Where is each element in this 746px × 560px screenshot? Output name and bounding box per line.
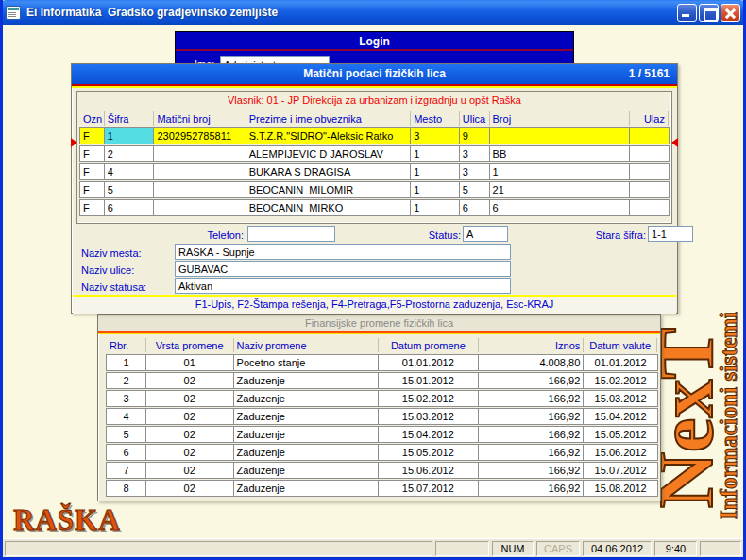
table-cell[interactable]: 15.06.2012 [584,445,657,460]
table-cell[interactable]: 01.01.2012 [379,355,479,370]
table-cell[interactable]: 21 [490,182,631,197]
table-cell[interactable]: Zaduzenje [234,391,379,406]
table-cell[interactable]: 166,92 [479,481,585,496]
table-cell[interactable]: 15.05.2012 [584,427,657,442]
table-cell[interactable]: 9 [460,128,490,144]
table-row[interactable]: 802Zaduzenje15.07.2012166,9215.08.2012 [106,480,658,497]
table-cell[interactable]: F [80,164,105,179]
table-cell[interactable]: Zaduzenje [234,463,379,478]
table-cell[interactable]: Zaduzenje [234,373,379,388]
table-cell[interactable]: 02 [146,445,234,460]
table-cell[interactable]: Zaduzenje [234,427,379,442]
table-cell[interactable]: 5 [107,427,146,442]
table-cell[interactable]: ALEMPIJEVIC D JAROSLAV [246,146,412,161]
maximize-icon[interactable] [699,4,719,22]
table-cell[interactable]: 166,92 [479,463,585,478]
table-cell[interactable] [630,128,669,144]
table-row[interactable]: F6BEOCANIN MIRKO166 [79,199,670,216]
table-cell[interactable]: 15.05.2012 [379,445,479,460]
table-cell[interactable]: 02 [146,481,234,496]
table-cell[interactable]: F [80,128,105,144]
table-cell[interactable]: Zaduzenje [234,445,379,460]
table-cell[interactable]: 2 [107,373,146,388]
table-cell[interactable]: F [80,146,105,161]
table-cell[interactable] [490,128,631,144]
table-row[interactable]: 402Zaduzenje15.03.2012166,9215.04.2012 [106,408,658,425]
table-cell[interactable]: 6 [107,445,146,460]
table-cell[interactable]: F [80,200,105,215]
table-cell[interactable] [630,146,669,161]
table-cell[interactable]: 1 [411,164,460,179]
table-row[interactable]: F5BEOCANIN MILOMIR1521 [79,181,670,198]
table-cell[interactable]: 4 [107,409,146,424]
table-cell[interactable]: 15.07.2012 [584,463,657,478]
table-cell[interactable]: 166,92 [479,391,585,406]
table-cell[interactable]: 1 [490,164,631,179]
table-cell[interactable] [630,182,669,197]
table-cell[interactable]: 15.07.2012 [379,481,479,496]
minimize-icon[interactable] [677,4,697,22]
close-icon[interactable] [721,4,740,22]
table-cell[interactable]: Zaduzenje [234,409,379,424]
table-cell[interactable]: 1 [411,200,460,215]
table-cell[interactable]: 5 [460,182,490,197]
naziv-ulice-input[interactable] [175,261,511,277]
table-cell[interactable]: 4 [105,164,155,179]
table-row[interactable]: 502Zaduzenje15.04.2012166,9215.05.2012 [106,426,658,443]
table-cell[interactable]: 15.02.2012 [584,373,657,388]
table-cell[interactable]: 6 [105,200,155,215]
table-cell[interactable]: BUKARA S DRAGISA [246,164,412,179]
table-cell[interactable]: 15.02.2012 [379,391,479,406]
table-cell[interactable]: 02 [146,373,234,388]
stara-sifra-input[interactable] [648,226,693,242]
table-cell[interactable]: Zaduzenje [234,481,379,496]
table-cell[interactable]: 1 [411,182,460,197]
table-row[interactable]: 702Zaduzenje15.06.2012166,9215.07.2012 [106,462,658,479]
table-cell[interactable] [630,200,669,215]
table-cell[interactable]: 7 [107,463,146,478]
table-cell[interactable]: 15.08.2012 [584,481,657,496]
table-cell[interactable] [154,146,246,161]
table-cell[interactable]: 02 [146,463,234,478]
table-cell[interactable]: Pocetno stanje [234,355,379,370]
table-row[interactable]: F4BUKARA S DRAGISA131 [79,163,670,180]
status-input[interactable] [463,226,508,242]
table-cell[interactable]: BEOCANIN MIRKO [246,200,412,215]
naziv-statusa-input[interactable] [175,278,511,294]
table-cell[interactable]: 5 [105,182,155,197]
table-cell[interactable] [630,164,669,179]
table-cell[interactable]: 01 [146,355,234,370]
table-cell[interactable]: 02 [146,409,234,424]
table-cell[interactable]: 1 [107,355,146,370]
table-cell[interactable]: BB [490,146,631,161]
table-row[interactable]: 202Zaduzenje15.01.2012166,9215.02.2012 [106,372,658,389]
table-cell[interactable]: 02 [146,391,234,406]
table-cell[interactable]: 01.01.2012 [584,355,657,370]
telefon-input[interactable] [247,226,335,242]
table-cell[interactable]: BEOCANIN MILOMIR [246,182,412,197]
table-cell[interactable]: 166,92 [479,373,585,388]
table-row[interactable]: F2ALEMPIJEVIC D JAROSLAV13BB [79,145,670,162]
table-cell[interactable]: 15.03.2012 [584,391,657,406]
table-cell[interactable]: 3 [107,391,146,406]
table-cell[interactable]: 4.008,80 [479,355,585,370]
naziv-mesta-input[interactable] [175,244,511,260]
table-row[interactable]: 302Zaduzenje15.02.2012166,9215.03.2012 [106,390,658,407]
table-cell[interactable]: 3 [460,146,490,161]
table-cell[interactable]: 166,92 [479,445,585,460]
table-cell[interactable]: 02 [146,427,234,442]
table-cell[interactable]: 3 [411,128,460,144]
table-cell[interactable]: 15.03.2012 [379,409,479,424]
table-row[interactable]: 101Pocetno stanje01.01.20124.008,8001.01… [106,354,658,371]
table-cell[interactable]: 1 [105,128,155,144]
table-cell[interactable]: 6 [460,200,490,215]
table-cell[interactable]: 15.06.2012 [379,463,479,478]
table-cell[interactable]: 2302952785811 [154,128,246,144]
table-cell[interactable]: 15.01.2012 [379,373,479,388]
table-cell[interactable] [154,200,246,215]
table-row[interactable]: 602Zaduzenje15.05.2012166,9215.06.2012 [106,444,658,461]
table-cell[interactable]: F [80,182,105,197]
table-cell[interactable]: 166,92 [479,409,585,424]
table-cell[interactable]: 166,92 [479,427,585,442]
table-cell[interactable]: 15.04.2012 [584,409,657,424]
